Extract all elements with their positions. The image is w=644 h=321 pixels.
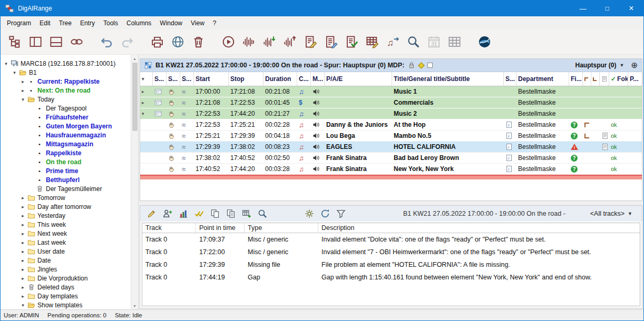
doc-edit-button[interactable] — [301, 33, 319, 52]
play-button[interactable] — [219, 33, 237, 52]
tree-item-rappelkiste[interactable]: •Rappelkiste — [1, 148, 138, 157]
expand-arrow-icon[interactable]: ▸ — [19, 240, 26, 245]
grid-row[interactable]: ≈17:29:3917:38:0200:08:23♫EAGLESHOTEL CA… — [140, 142, 642, 153]
tree-item-on-the-road[interactable]: •On the road — [1, 157, 138, 166]
tree-item-jingles[interactable]: ▸Jingles — [1, 265, 138, 274]
track-selector[interactable]: Hauptspur (0) ▼ — [575, 62, 625, 69]
grid-row[interactable]: ≈17:40:5217:44:2000:03:28♫Frank SinatraN… — [140, 164, 642, 175]
lock-icon[interactable] — [408, 62, 415, 69]
tree-item-b1[interactable]: ▾B1 — [1, 68, 138, 77]
expand-arrow-icon[interactable]: ▸ — [19, 258, 26, 263]
tree-scrollbar[interactable]: ▲ ▼ — [131, 55, 138, 309]
column-header-fok[interactable]: ✓Fok — [609, 72, 628, 86]
bar-chart-button[interactable] — [176, 207, 190, 220]
menu-view[interactable]: View — [187, 17, 209, 29]
tree-item-mittagsmagazin[interactable]: •Mittagsmagazin — [1, 139, 138, 148]
expand-arrow-icon[interactable]: ▾ — [19, 97, 26, 102]
scroll-down-icon[interactable]: ▼ — [133, 302, 136, 309]
expand-arrow-icon[interactable]: ▸ — [19, 285, 26, 290]
scroll-up-icon[interactable]: ▲ — [133, 55, 136, 62]
menu-entry[interactable]: Entry — [76, 17, 99, 29]
tree-item-guten-morgen-bayern[interactable]: •Guten Morgen Bayern — [1, 122, 138, 131]
column-header-n3[interactable] — [600, 72, 609, 86]
expand-arrow-icon[interactable]: ▸ — [19, 195, 26, 200]
doc-edit-alt-button[interactable] — [322, 33, 340, 52]
column-header-n1[interactable] — [583, 72, 591, 86]
tree-item-marc18-192-168-178-87-10001[interactable]: ▾MARC18 (192.168.178.87:10001) — [1, 59, 138, 68]
message-row[interactable]: Track 017:09:37Misc / genericInvalid ele… — [142, 233, 640, 246]
expand-all-icon[interactable]: ▾ — [142, 76, 144, 82]
pencil-button[interactable] — [144, 207, 159, 220]
tree-item-next-week[interactable]: ▸Next week — [1, 229, 138, 238]
column-header-p[interactable]: P... — [628, 72, 643, 86]
expand-arrow-icon[interactable]: ▸ — [19, 213, 26, 218]
expand-arrow-icon[interactable]: ▸ — [19, 249, 26, 254]
scroll-thumb[interactable] — [132, 63, 138, 131]
minimize-button[interactable]: — — [571, 1, 595, 16]
messages-column-track[interactable]: Track — [142, 223, 196, 233]
message-row[interactable]: Track 017:29:39Missing fileFile problem … — [142, 258, 640, 271]
paste-button[interactable] — [223, 207, 238, 220]
tree-item-der-tagespool[interactable]: •Der Tagespool — [1, 104, 138, 113]
column-header-start[interactable]: Start — [194, 72, 229, 86]
menu-edit[interactable]: Edit — [35, 17, 55, 29]
column-header-n2[interactable] — [591, 72, 600, 86]
menu-columns[interactable]: Columns — [122, 17, 155, 29]
close-button[interactable]: × — [619, 1, 643, 16]
menu-program[interactable]: Program — [3, 17, 35, 29]
grid-row[interactable]: ▸≈17:21:0817:22:5300:01:45$CommercialsBe… — [140, 97, 642, 108]
music-swap-button[interactable]: ♫ — [384, 33, 402, 52]
trash-button[interactable] — [189, 33, 207, 52]
track-filter[interactable]: <All tracks> ▼ — [590, 210, 632, 217]
column-header-pae[interactable]: P/A/E — [325, 72, 392, 86]
table-edit-button[interactable] — [363, 33, 381, 52]
printer-button[interactable] — [148, 33, 166, 52]
tree-item-deleted-days[interactable]: ▸Deleted days — [1, 283, 138, 292]
expand-arrow-icon[interactable]: ▸ — [19, 222, 26, 227]
waveform-button[interactable] — [240, 33, 258, 52]
tree-item-last-week[interactable]: ▸Last week — [1, 238, 138, 247]
tree-item-show-templates[interactable]: ▾Show templates — [1, 300, 138, 309]
expand-arrow-icon[interactable]: ▸ — [19, 276, 26, 281]
grid-row[interactable]: ▾≈17:22:5317:44:2000:21:27♫Music 2Bestel… — [140, 108, 642, 119]
row-expand-icon[interactable]: ▸ — [142, 89, 144, 94]
tree-structure-button[interactable] — [6, 33, 24, 52]
messages-column-point-in-time[interactable]: Point in time — [196, 223, 245, 233]
calendar-31-button[interactable]: 31 — [425, 33, 443, 52]
column-header-m[interactable]: M... — [311, 72, 325, 86]
gear-button[interactable] — [302, 207, 316, 220]
expand-arrow-icon[interactable]: ▸ — [19, 231, 26, 236]
tree-item-tomorrow[interactable]: ▸Tomorrow — [1, 193, 138, 202]
tree-item-date[interactable]: ▸Date — [1, 256, 138, 265]
refresh-button[interactable] — [318, 207, 332, 220]
undo-button[interactable] — [97, 33, 115, 52]
grid-row[interactable]: ≈17:38:0217:40:5200:02:50♫Frank SinatraB… — [140, 153, 642, 164]
expand-arrow-icon[interactable]: ▸ — [19, 88, 26, 93]
message-row[interactable]: Track 017:44:19GapGap with length 1:15:4… — [142, 271, 640, 284]
maximize-button[interactable]: □ — [595, 1, 619, 16]
column-header-s3[interactable]: S... — [180, 72, 194, 86]
globe-button[interactable] — [169, 33, 187, 52]
square-indicator[interactable] — [427, 63, 433, 68]
row-expand-icon[interactable]: ▸ — [142, 100, 144, 105]
messages-column-description[interactable]: Description — [318, 223, 640, 233]
tree-item-yesterday[interactable]: ▸Yesterday — [1, 211, 138, 220]
tree-item-user-date[interactable]: ▸User date — [1, 247, 138, 256]
column-header-title[interactable]: Title/General title/Subtitle — [392, 72, 504, 86]
doc-check-button[interactable] — [343, 33, 360, 52]
person-add-button[interactable] — [160, 207, 174, 220]
tree-item-betthupferl[interactable]: •Betthupferl — [1, 175, 138, 184]
column-header-s1[interactable]: S... — [153, 72, 167, 86]
column-header-expand[interactable]: ▾ — [140, 72, 153, 86]
search-button[interactable] — [404, 33, 422, 52]
column-header-department[interactable]: Department — [516, 72, 569, 86]
expand-arrow-icon[interactable]: ▾ — [3, 61, 9, 66]
double-check-button[interactable] — [192, 207, 206, 220]
table-add-button[interactable] — [239, 207, 253, 220]
tree-item-day-templates[interactable]: ▸Day templates — [1, 292, 138, 300]
expand-arrow-icon[interactable]: ▸ — [19, 204, 26, 209]
redo-button[interactable] — [118, 33, 136, 52]
grid-row[interactable]: ≈17:22:5317:25:2100:02:28♫Danny & the Ju… — [140, 119, 642, 131]
tree-item-die-vorproduktion[interactable]: ▸Die Vorproduktion — [1, 274, 138, 283]
row-expand-icon[interactable]: ▾ — [142, 111, 144, 116]
